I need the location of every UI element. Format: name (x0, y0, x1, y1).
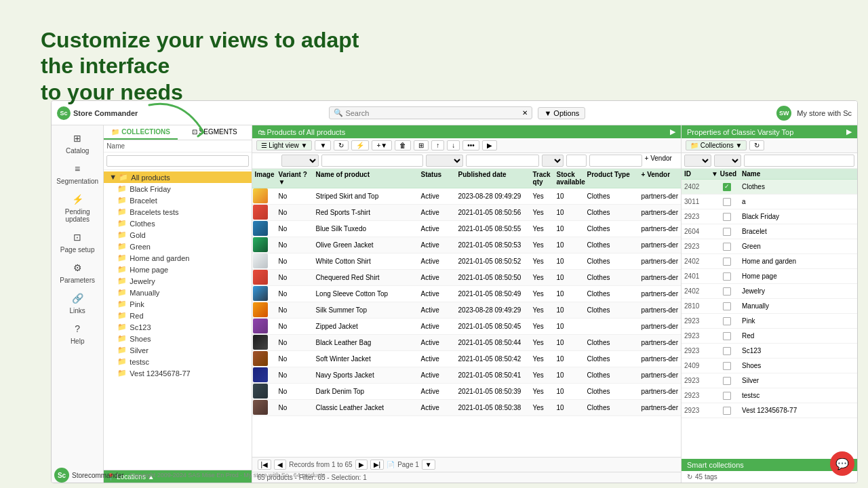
checkbox-unchecked[interactable] (723, 287, 731, 296)
clear-search-icon[interactable]: ✕ (522, 109, 528, 117)
tree-item-home-page[interactable]: 📁 Home page (104, 264, 251, 275)
next-page-button[interactable]: ▶ (355, 460, 368, 470)
sidebar-item-pagesetup[interactable]: ⊡ Page setup (52, 227, 103, 256)
filter-button[interactable]: ▼ (315, 140, 331, 150)
type-filter[interactable] (589, 155, 642, 167)
sidebar-item-parameters[interactable]: ⚙ Parameters (52, 258, 103, 287)
checkbox-unchecked[interactable] (723, 347, 731, 355)
col-header-status[interactable]: Status (418, 170, 456, 186)
sidebar-item-help[interactable]: ? Help (52, 319, 103, 348)
checkbox-unchecked[interactable] (723, 362, 731, 370)
prop-used[interactable] (711, 392, 742, 400)
add-button[interactable]: +▼ (372, 140, 392, 150)
table-row[interactable]: No Silk Summer Top Active 2023-08-28 09:… (252, 302, 681, 319)
checkbox-unchecked[interactable] (723, 302, 731, 310)
tree-item-home-garden[interactable]: 📁 Home and garden (104, 252, 251, 264)
tree-item-red[interactable]: 📁 Red (104, 310, 251, 321)
tree-item-gold[interactable]: 📁 Gold (104, 229, 251, 241)
prop-used[interactable] (711, 228, 742, 236)
checkbox-unchecked[interactable] (723, 213, 731, 221)
list-item[interactable]: 2402 Clothes (682, 180, 857, 195)
tree-item-pink[interactable]: 📁 Pink (104, 298, 251, 310)
status-filter[interactable] (426, 155, 463, 167)
tree-item-vest[interactable]: 📁 Vest 12345678-77 (104, 367, 251, 379)
more-button[interactable]: ••• (462, 140, 479, 150)
list-item[interactable]: 2923 Pink (682, 314, 857, 329)
prop-used[interactable] (711, 362, 742, 370)
table-row[interactable]: No Red Sports T-shirt Active 2021-01-05 … (252, 205, 681, 221)
list-item[interactable]: 2923 Red (682, 329, 857, 344)
tree-item-bracelet[interactable]: 📁 Bracelet (104, 195, 251, 206)
col-header-type[interactable]: Product Type (585, 170, 639, 186)
table-row[interactable]: No Zipped Jacket Active 2021-01-05 08:50… (252, 319, 681, 335)
tree-item-all-products[interactable]: ▼ 📁 All products (104, 171, 251, 183)
list-item[interactable]: 2402 Home and garden (682, 254, 857, 269)
list-item[interactable]: 2409 Shoes (682, 359, 857, 373)
vendor-filter-add[interactable]: + Vendor (645, 155, 672, 167)
col-header-track[interactable]: Track qty (530, 170, 554, 186)
list-item[interactable]: 2923 Vest 12345678-77 (682, 403, 857, 418)
list-item[interactable]: 3011 a (682, 195, 857, 209)
props-id-filter[interactable] (684, 155, 711, 167)
col-header-stock[interactable]: Stock available (554, 170, 585, 186)
checkbox-checked[interactable] (723, 183, 731, 191)
table-row[interactable]: No Soft Winter Jacket Active 2021-01-05 … (252, 351, 681, 367)
track-filter[interactable] (542, 155, 564, 167)
tree-item-sc123[interactable]: 📁 Sc123 (104, 321, 251, 333)
table-row[interactable]: No Black Leather Bag Active 2021-01-05 0… (252, 335, 681, 351)
prop-used[interactable] (711, 407, 742, 415)
export-button[interactable]: ↑ (431, 140, 444, 150)
checkbox-unchecked[interactable] (723, 317, 731, 325)
sidebar-item-segmentation[interactable]: ≡ Segmentation (52, 159, 103, 188)
refresh-button[interactable]: ↻ (334, 140, 349, 150)
prop-used[interactable] (711, 332, 742, 340)
checkbox-unchecked[interactable] (723, 258, 731, 266)
checkbox-unchecked[interactable] (723, 243, 731, 251)
prop-used[interactable] (711, 213, 742, 221)
prop-used[interactable] (711, 317, 742, 325)
prop-used[interactable] (711, 302, 742, 310)
checkbox-unchecked[interactable] (723, 198, 731, 206)
list-item[interactable]: 2923 testsc (682, 388, 857, 403)
props-expand-icon[interactable]: ▶ (846, 127, 852, 136)
tree-item-testsc[interactable]: 📁 testsc (104, 356, 251, 367)
expand-icon[interactable]: ▶ (670, 127, 675, 136)
search-bar[interactable]: 🔍 ✕ (329, 106, 532, 119)
table-row[interactable]: No Long Sleeve Cotton Top Active 2021-01… (252, 286, 681, 302)
props-name-filter[interactable] (744, 155, 854, 167)
import-button[interactable]: ↓ (447, 140, 460, 150)
name-filter[interactable] (321, 155, 423, 167)
view-toggle-button[interactable]: ☰ Light view ▼ (256, 140, 313, 150)
col-header-variant[interactable]: Variant ? ▼ (276, 170, 313, 186)
props-used-filter[interactable] (714, 155, 741, 167)
table-row[interactable]: No Dark Denim Top Active 2021-01-05 08:5… (252, 384, 681, 400)
props-tab-collections[interactable]: 📁 Collections ▼ (686, 140, 747, 150)
last-page-button[interactable]: ▶| (370, 460, 384, 470)
prop-used[interactable] (711, 347, 742, 355)
refresh-tags-icon[interactable]: ↻ (687, 473, 692, 481)
tree-item-manually[interactable]: 📁 Manually (104, 287, 251, 298)
tree-item-green[interactable]: 📁 Green (104, 241, 251, 252)
sidebar-item-catalog[interactable]: ⊞ Catalog (52, 128, 103, 157)
list-item[interactable]: 2923 Black Friday (682, 209, 857, 224)
tree-item-jewelry[interactable]: 📁 Jewelry (104, 275, 251, 287)
checkbox-unchecked[interactable] (723, 272, 731, 281)
lightning-button[interactable]: ⚡ (351, 140, 369, 150)
list-item[interactable]: 2923 Sc123 (682, 344, 857, 359)
sidebar-item-links[interactable]: 🔗 Links (52, 288, 103, 317)
checkbox-unchecked[interactable] (723, 392, 731, 400)
list-item[interactable]: 2401 Home page (682, 269, 857, 284)
prop-used[interactable] (711, 198, 742, 206)
prop-used[interactable] (711, 287, 742, 296)
prop-used[interactable] (711, 377, 742, 385)
table-row[interactable]: No Navy Sports Jacket Active 2021-01-05 … (252, 367, 681, 384)
tree-item-silver[interactable]: 📁 Silver (104, 344, 251, 356)
published-filter[interactable] (466, 155, 539, 167)
delete-button[interactable]: 🗑 (395, 140, 411, 150)
variant-filter[interactable] (281, 155, 319, 167)
list-item[interactable]: 2402 Jewelry (682, 284, 857, 299)
sidebar-item-pending[interactable]: ⚡ Pending updates (52, 189, 103, 226)
page-dropdown-button[interactable]: ▼ (422, 460, 435, 470)
table-row[interactable]: No Classic Leather Jacket Active 2021-01… (252, 400, 681, 416)
col-header-name[interactable]: Name of product (313, 170, 418, 186)
